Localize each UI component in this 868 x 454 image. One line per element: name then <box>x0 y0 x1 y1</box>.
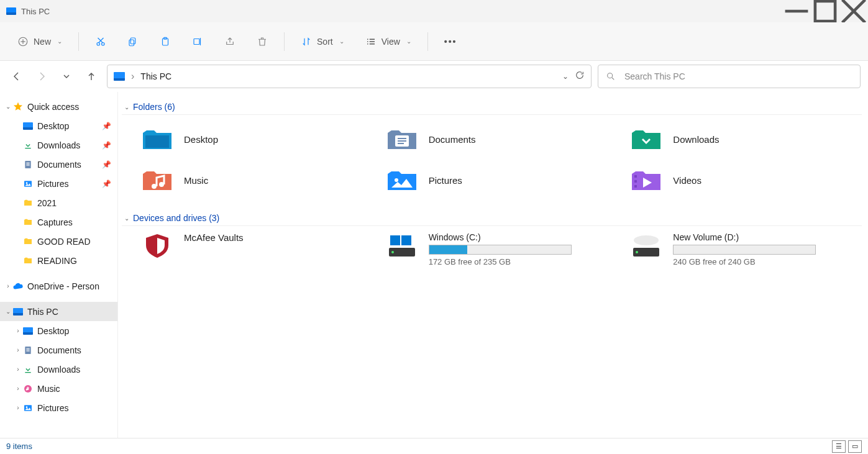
sidebar-item-reading[interactable]: READING <box>0 251 117 270</box>
search-box[interactable] <box>598 65 861 88</box>
drive-label: New Volume (D:) <box>673 232 816 242</box>
minimize-button[interactable] <box>782 0 811 22</box>
sidebar-item-downloads[interactable]: ›Downloads <box>0 360 117 379</box>
pictures-icon <box>22 178 34 189</box>
sort-button[interactable]: Sort ⌄ <box>296 32 349 51</box>
pictures-big-icon <box>385 167 419 193</box>
sidebar-item-documents[interactable]: ›Documents <box>0 340 117 360</box>
sidebar-item-this-pc[interactable]: ⌄ This PC <box>0 302 117 321</box>
sidebar-item-captures[interactable]: Captures <box>0 212 117 232</box>
view-button[interactable]: View ⌄ <box>360 32 416 51</box>
command-bar: New ⌄ Sort ⌄ View ⌄ ••• <box>0 22 868 61</box>
downloads-icon <box>22 140 34 151</box>
drive-tile-mcafee-vaults[interactable]: McAfee Vaults <box>140 232 373 276</box>
svg-rect-40 <box>145 135 169 148</box>
more-button[interactable]: ••• <box>439 33 462 50</box>
svg-rect-29 <box>26 165 29 165</box>
sidebar-item-2021[interactable]: 2021 <box>0 193 117 212</box>
svg-rect-12 <box>129 40 134 46</box>
chevron-right-icon[interactable]: › <box>14 404 22 411</box>
sidebar-item-label: Pictures <box>37 179 69 189</box>
address-bar[interactable]: › This PC ⌄ <box>107 65 592 88</box>
cut-button[interactable] <box>90 32 111 51</box>
tiles-view-button[interactable]: ▭ <box>848 440 862 453</box>
chevron-right-icon[interactable]: › <box>14 347 22 353</box>
close-button[interactable] <box>839 0 868 22</box>
copy-button[interactable] <box>122 32 144 51</box>
search-input[interactable] <box>623 71 852 82</box>
sidebar-item-pictures[interactable]: ›Pictures <box>0 398 117 417</box>
delete-button[interactable] <box>252 32 273 51</box>
drive-tile-windows-c-[interactable]: Windows (C:)172 GB free of 235 GB <box>385 232 618 276</box>
chevron-right-icon[interactable]: › <box>14 366 22 373</box>
content-pane[interactable]: ⌄ Folders (6) DesktopDocumentsDownloadsM… <box>118 92 868 438</box>
sidebar-item-downloads[interactable]: Downloads📌 <box>0 135 117 155</box>
sidebar-item-quick-access[interactable]: ⌄ Quick access <box>0 97 117 116</box>
nav-row: › This PC ⌄ <box>0 61 868 92</box>
view-label: View <box>381 37 400 47</box>
paste-button[interactable] <box>155 32 176 51</box>
section-header-folders[interactable]: ⌄ Folders (6) <box>122 98 862 115</box>
folder-tile-videos[interactable]: Videos <box>629 162 862 198</box>
sidebar-item-desktop[interactable]: Desktop📌 <box>0 116 117 135</box>
sort-label: Sort <box>317 37 333 47</box>
details-view-button[interactable]: ☰ <box>832 440 846 453</box>
new-button[interactable]: New ⌄ <box>12 32 67 51</box>
sidebar-item-label: Captures <box>37 217 73 227</box>
rename-button[interactable] <box>187 32 208 51</box>
refresh-button[interactable] <box>575 70 585 83</box>
back-button[interactable] <box>7 67 26 86</box>
breadcrumb-sep: › <box>131 71 134 82</box>
drive-tile-new-volume-d-[interactable]: New Volume (D:)240 GB free of 240 GB <box>629 232 862 276</box>
tile-label: Desktop <box>184 134 218 145</box>
status-bar: 9 items ☰ ▭ <box>0 438 868 454</box>
drive-label: Windows (C:) <box>429 232 572 242</box>
sidebar-item-label: Downloads <box>37 140 80 150</box>
up-button[interactable] <box>82 67 101 86</box>
folder-tile-documents[interactable]: Documents <box>385 121 618 157</box>
section-header-drives[interactable]: ⌄ Devices and drives (3) <box>122 209 862 226</box>
address-history-button[interactable]: ⌄ <box>562 72 569 81</box>
forward-button[interactable] <box>32 67 51 86</box>
folder-tile-desktop[interactable]: Desktop <box>140 121 373 157</box>
sidebar-item-documents[interactable]: Documents📌 <box>0 155 117 174</box>
capacity-bar <box>429 245 572 255</box>
chevron-down-icon[interactable]: ⌄ <box>4 308 12 315</box>
chevron-down-icon[interactable]: ⌄ <box>4 103 12 110</box>
chevron-right-icon[interactable]: › <box>14 385 22 392</box>
svg-point-47 <box>395 178 398 182</box>
folder-tile-pictures[interactable]: Pictures <box>385 162 618 198</box>
sidebar-item-music[interactable]: ›Music <box>0 379 117 398</box>
sidebar-item-good-read[interactable]: GOOD READ <box>0 232 117 251</box>
folder-tile-music[interactable]: Music <box>140 162 373 198</box>
sidebar-item-label: 2021 <box>37 198 57 208</box>
downloads-big-icon <box>629 126 663 152</box>
svg-rect-15 <box>194 39 199 44</box>
cloud-icon <box>12 281 24 292</box>
desktop-icon <box>22 325 34 337</box>
sidebar-item-label: Documents <box>37 345 81 355</box>
pin-icon: 📌 <box>102 141 111 150</box>
folder-icon <box>22 236 34 247</box>
folder-tile-downloads[interactable]: Downloads <box>629 121 862 157</box>
new-label: New <box>34 37 51 47</box>
svg-rect-11 <box>130 38 135 44</box>
svg-rect-50 <box>634 185 637 188</box>
svg-rect-42 <box>398 138 406 139</box>
sidebar-item-onedrive[interactable]: › OneDrive - Person <box>0 276 117 296</box>
section-title: Devices and drives (3) <box>133 213 219 223</box>
svg-line-24 <box>612 78 614 79</box>
recent-locations-button[interactable] <box>57 67 76 86</box>
share-button[interactable] <box>219 32 240 51</box>
sidebar-item-pictures[interactable]: Pictures📌 <box>0 174 117 193</box>
breadcrumb[interactable]: This PC <box>140 71 171 81</box>
svg-rect-32 <box>25 347 30 354</box>
maximize-button[interactable] <box>811 0 839 22</box>
navigation-pane[interactable]: ⌄ Quick access Desktop📌Downloads📌Documen… <box>0 92 118 438</box>
folder-icon <box>22 217 34 228</box>
sidebar-item-desktop[interactable]: ›Desktop <box>0 321 117 340</box>
svg-rect-26 <box>25 161 30 168</box>
chevron-right-icon[interactable]: › <box>4 283 12 289</box>
section-title: Folders (6) <box>133 102 175 112</box>
chevron-right-icon[interactable]: › <box>14 327 22 334</box>
